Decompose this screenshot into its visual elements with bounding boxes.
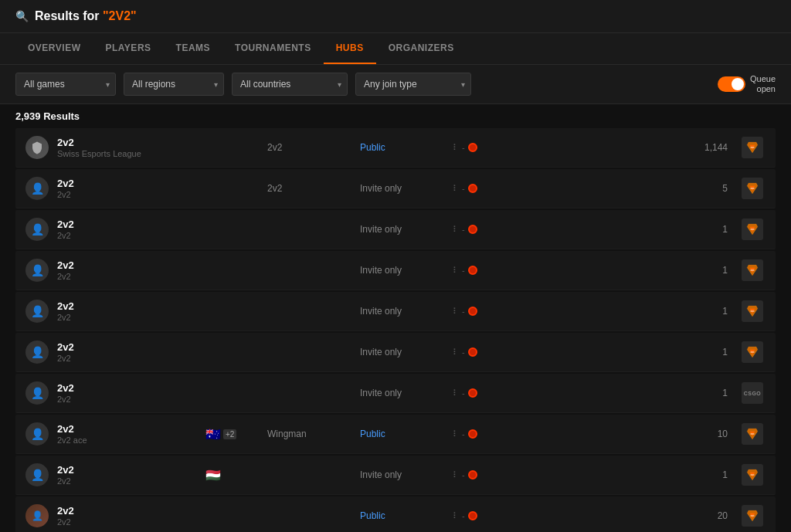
- member-count: 1: [514, 469, 737, 480]
- member-count: 5: [514, 183, 737, 194]
- table-row[interactable]: 👤 2v2 2v2 🇭🇺 Invite only ⠇ - 1: [15, 456, 776, 495]
- avatar-col: 👤: [23, 259, 51, 282]
- ping-bars-icon: ⠇: [453, 470, 459, 480]
- avatar-col: 👤: [23, 177, 51, 200]
- ping-col: ⠇ -: [453, 511, 514, 521]
- avatar-icon: 👤: [31, 223, 44, 236]
- hub-name: 2v2: [57, 382, 205, 394]
- game-icon-col: [737, 423, 768, 445]
- game-icon: [742, 341, 763, 363]
- games-filter[interactable]: All games: [15, 73, 116, 96]
- ping-bars-icon: ⠇: [453, 347, 459, 357]
- hub-name: 2v2: [57, 178, 205, 189]
- join-type-filter[interactable]: Any join type: [355, 73, 471, 96]
- svg-rect-8: [751, 515, 755, 517]
- game-icon: [742, 300, 763, 322]
- hub-name: 2v2: [57, 423, 205, 435]
- hub-subtitle: 2v2: [57, 517, 205, 527]
- avatar-icon: 👤: [31, 182, 44, 195]
- queue-toggle-group: Queue open: [718, 74, 776, 94]
- ping-dash: -: [462, 143, 465, 152]
- table-row[interactable]: 👤 2v2 2v2 Invite only ⠇ - 1: [15, 210, 776, 249]
- svg-rect-5: [751, 351, 755, 353]
- table-row[interactable]: 👤 2v2 2v2 Invite only ⠇ - 1: [15, 333, 776, 372]
- avatar-icon: 👤: [31, 387, 44, 399]
- join-type-label: Invite only: [360, 224, 402, 235]
- svg-rect-6: [751, 433, 755, 435]
- join-type-label: Invite only: [360, 183, 402, 194]
- game-icon: CSGO: [742, 382, 763, 404]
- ping-col: ⠇ -: [453, 429, 514, 439]
- hub-name-col: 2v2 2v2: [51, 382, 205, 404]
- regions-filter-wrap: All regions: [124, 73, 224, 96]
- results-count: 2,939 Results: [0, 104, 791, 128]
- avatar-col: 👤: [23, 463, 51, 486]
- ping-bars-icon: ⠇: [453, 266, 459, 276]
- table-row[interactable]: 👤 2v2 2v2 Invite only ⠇ - 1: [15, 251, 776, 290]
- regions-filter[interactable]: All regions: [124, 73, 224, 96]
- member-count: 1,144: [514, 142, 737, 153]
- avatar: 👤: [25, 463, 49, 486]
- member-count: 10: [514, 429, 737, 439]
- game-icon: [742, 259, 763, 281]
- mode-col: Wingman: [267, 429, 360, 439]
- tab-overview[interactable]: OVERVIEW: [15, 33, 93, 64]
- avatar: 👤: [25, 218, 49, 241]
- mode-col: 2v2: [267, 183, 360, 194]
- join-type-label: Invite only: [360, 347, 402, 357]
- ping-bars-icon: ⠇: [453, 184, 459, 194]
- avatar-col: 👤: [23, 504, 51, 527]
- ping-status-icon: [468, 347, 477, 357]
- game-icon-col: [737, 219, 768, 240]
- table-row[interactable]: 👤 2v2 2v2 ace 🇦🇺 +2 Wingman Public ⠇ - 1…: [15, 415, 776, 454]
- join-type-col: Invite only: [360, 224, 453, 235]
- game-icon-col: [737, 505, 768, 527]
- tab-hubs[interactable]: HUBS: [324, 33, 376, 64]
- game-icon: [742, 219, 763, 240]
- hub-name-col: 2v2 2v2: [51, 341, 205, 363]
- hub-name-col: 2v2 2v2: [51, 259, 205, 281]
- game-icon-col: [737, 341, 768, 363]
- tab-players[interactable]: PLAYERS: [93, 33, 163, 64]
- table-row[interactable]: 👤 2v2 2v2 Invite only ⠇ - 1 CSGO: [15, 374, 776, 413]
- member-count: 1: [514, 224, 737, 235]
- join-type-col: Invite only: [360, 265, 453, 276]
- join-type-filter-wrap: Any join type: [355, 73, 471, 96]
- join-type-col: Public: [360, 142, 453, 153]
- flag-plus: +2: [223, 429, 236, 439]
- ping-bars-icon: ⠇: [453, 307, 459, 317]
- hub-name: 2v2: [57, 137, 205, 148]
- ping-status-icon: [468, 143, 477, 152]
- table-row[interactable]: 👤 2v2 2v2 2v2 Invite only ⠇ - 5: [15, 169, 776, 208]
- avatar-col: 👤: [23, 381, 51, 405]
- game-icon: [742, 505, 763, 527]
- countries-filter[interactable]: All countries: [232, 73, 348, 96]
- hub-subtitle: 2v2: [57, 231, 205, 240]
- ping-dash: -: [462, 266, 465, 275]
- tab-organizers[interactable]: ORGANIZERS: [376, 33, 467, 64]
- avatar: [25, 136, 49, 159]
- queue-toggle[interactable]: [718, 76, 745, 92]
- join-type-label: Invite only: [360, 388, 402, 398]
- ping-dash: -: [462, 511, 465, 520]
- avatar: 👤: [25, 341, 49, 364]
- table-row[interactable]: 👤 2v2 2v2 Public ⠇ - 20: [15, 496, 776, 532]
- join-type-col: Public: [360, 510, 453, 521]
- tab-tournaments[interactable]: TOURNAMENTS: [222, 33, 324, 64]
- table-row[interactable]: 2v2 Swiss Esports League 2v2 Public ⠇ - …: [15, 128, 776, 168]
- hub-subtitle: 2v2: [57, 272, 205, 281]
- table-row[interactable]: 👤 2v2 2v2 Invite only ⠇ - 1: [15, 292, 776, 331]
- games-filter-wrap: All games: [15, 73, 116, 96]
- ping-status-icon: [468, 225, 477, 234]
- member-count: 20: [514, 510, 737, 521]
- tab-teams[interactable]: TEAMS: [164, 33, 223, 64]
- avatar-col: 👤: [23, 218, 51, 241]
- svg-rect-2: [751, 229, 755, 230]
- hub-name: 2v2: [57, 259, 205, 271]
- ping-status-icon: [468, 266, 477, 275]
- join-type-label: Public: [360, 510, 385, 521]
- avatar-icon: 👤: [31, 346, 44, 358]
- countries-filter-wrap: All countries: [232, 73, 348, 96]
- game-icon-col: [737, 137, 768, 158]
- avatar: 👤: [25, 177, 49, 200]
